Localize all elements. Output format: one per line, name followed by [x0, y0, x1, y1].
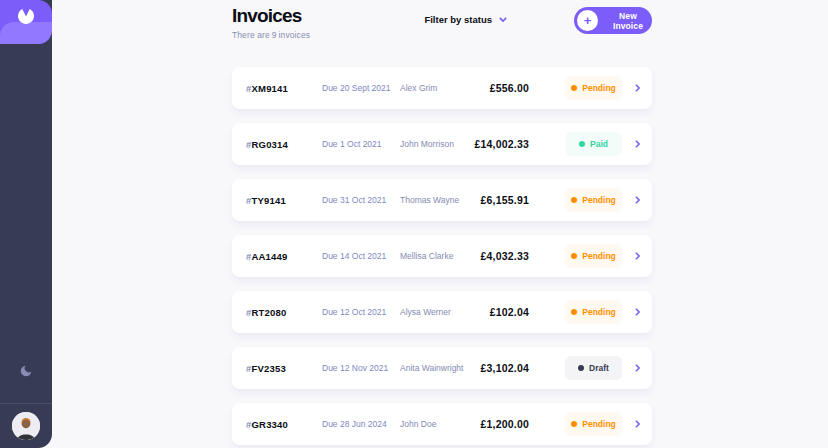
status-badge: Paid	[565, 132, 622, 156]
invoice-row[interactable]: #RG0314 Due 1 Oct 2021 John Morrison £14…	[232, 123, 652, 165]
filter-label: Filter by status	[424, 14, 492, 25]
page-header: Invoices There are9invoices Filter by st…	[232, 0, 652, 62]
invoice-row[interactable]: #AA1449 Due 14 Oct 2021 Mellisa Clarke £…	[232, 235, 652, 277]
invoice-client-name: John Doe	[400, 419, 469, 429]
invoice-amount: £102.04	[469, 306, 529, 318]
chevron-down-icon	[499, 17, 507, 22]
invoice-id-value: RG0314	[251, 139, 288, 150]
theme-toggle-button[interactable]	[15, 360, 37, 385]
invoice-due-date: Due 12 Oct 2021	[322, 307, 400, 317]
moon-icon	[19, 364, 33, 378]
status-badge: Pending	[565, 300, 622, 324]
invoice-amount: £4,032.33	[469, 250, 529, 262]
invoice-list: #XM9141 Due 20 Sept 2021 Alex Grim £556.…	[232, 67, 652, 448]
invoice-id: #RG0314	[246, 139, 322, 150]
avatar	[12, 412, 40, 440]
invoice-due-date: Due 12 Nov 2021	[322, 363, 400, 373]
chevron-right-icon	[635, 84, 640, 92]
status-dot-icon	[571, 253, 577, 259]
invoice-due-date: Due 31 Oct 2021	[322, 195, 400, 205]
status-label: Pending	[582, 251, 616, 261]
invoice-amount: £14,002.33	[469, 138, 529, 150]
chevron-right-icon	[635, 196, 640, 204]
filter-by-status-dropdown[interactable]: Filter by status	[424, 14, 507, 25]
chevron-right-icon	[635, 308, 640, 316]
invoice-amount: £6,155.91	[469, 194, 529, 206]
invoice-due-date: Due 20 Sept 2021	[322, 83, 400, 93]
app-logo[interactable]	[0, 0, 52, 44]
chevron-right-icon	[635, 140, 640, 148]
subtitle-prefix: There are	[232, 30, 270, 40]
invoice-id: #FV2353	[246, 363, 322, 374]
status-label: Draft	[589, 363, 609, 373]
invoice-id: #TY9141	[246, 195, 322, 206]
avatar-button[interactable]	[0, 404, 52, 448]
invoice-due-date: Due 1 Oct 2021	[322, 139, 400, 149]
chevron-cell	[635, 420, 640, 428]
invoice-row[interactable]: #XM9141 Due 20 Sept 2021 Alex Grim £556.…	[232, 67, 652, 109]
avatar-image	[12, 412, 40, 440]
status-dot-icon	[571, 197, 577, 203]
invoice-id: #AA1449	[246, 251, 322, 262]
invoice-id-value: GR3340	[251, 419, 288, 430]
invoice-client-name: Thomas Wayne	[400, 195, 469, 205]
invoice-amount: £1,200.00	[469, 418, 529, 430]
chevron-right-icon	[635, 420, 640, 428]
invoice-id-value: XM9141	[251, 83, 288, 94]
invoice-id-value: RT2080	[251, 307, 286, 318]
status-badge: Draft	[565, 356, 622, 380]
status-dot-icon	[579, 141, 585, 147]
chevron-cell	[635, 364, 640, 372]
status-label: Pending	[582, 419, 616, 429]
invoice-id: #GR3340	[246, 419, 322, 430]
sidebar	[0, 0, 52, 448]
chevron-cell	[635, 308, 640, 316]
invoice-app-logo-icon	[18, 9, 34, 24]
status-label: Paid	[590, 139, 608, 149]
invoice-due-date: Due 14 Oct 2021	[322, 251, 400, 261]
invoice-client-name: Anita Wainwright	[400, 363, 469, 373]
invoice-amount: £3,102.04	[469, 362, 529, 374]
chevron-right-icon	[635, 252, 640, 260]
invoice-id: #RT2080	[246, 307, 322, 318]
plus-icon: +	[577, 10, 598, 31]
invoice-id-value: AA1449	[251, 251, 287, 262]
invoice-client-name: Mellisa Clarke	[400, 251, 469, 261]
invoice-due-date: Due 28 Jun 2024	[322, 419, 400, 429]
chevron-cell	[635, 140, 640, 148]
invoice-client-name: John Morrison	[400, 139, 469, 149]
invoice-client-name: Alysa Werner	[400, 307, 469, 317]
main-content: Invoices There are9invoices Filter by st…	[52, 0, 828, 448]
status-dot-icon	[571, 85, 577, 91]
invoice-row[interactable]: #FV2353 Due 12 Nov 2021 Anita Wainwright…	[232, 347, 652, 389]
status-dot-icon	[578, 365, 584, 371]
chevron-cell	[635, 84, 640, 92]
status-label: Pending	[582, 307, 616, 317]
invoice-id: #XM9141	[246, 83, 322, 94]
invoice-row[interactable]: #RT2080 Due 12 Oct 2021 Alysa Werner £10…	[232, 291, 652, 333]
logo-background-shape	[0, 22, 52, 44]
new-invoice-button[interactable]: + New Invoice	[574, 7, 652, 34]
chevron-cell	[635, 196, 640, 204]
status-label: Pending	[582, 195, 616, 205]
invoice-row[interactable]: #TY9141 Due 31 Oct 2021 Thomas Wayne £6,…	[232, 179, 652, 221]
status-badge: Pending	[565, 76, 622, 100]
invoice-client-name: Alex Grim	[400, 83, 469, 93]
invoice-row[interactable]: #GR3340 Due 28 Jun 2024 John Doe £1,200.…	[232, 403, 652, 445]
status-badge: Pending	[565, 188, 622, 212]
status-badge: Pending	[565, 412, 622, 436]
sidebar-spacer	[0, 44, 52, 360]
status-dot-icon	[571, 421, 577, 427]
new-invoice-label: New Invoice	[604, 11, 652, 31]
status-dot-icon	[571, 309, 577, 315]
status-badge: Pending	[565, 244, 622, 268]
invoice-id-value: TY9141	[251, 195, 285, 206]
chevron-right-icon	[635, 364, 640, 372]
invoice-amount: £556.00	[469, 82, 529, 94]
chevron-cell	[635, 252, 640, 260]
invoice-count: 9	[272, 30, 277, 40]
invoice-id-value: FV2353	[251, 363, 285, 374]
subtitle-suffix: invoices	[279, 30, 311, 40]
status-label: Pending	[582, 83, 616, 93]
